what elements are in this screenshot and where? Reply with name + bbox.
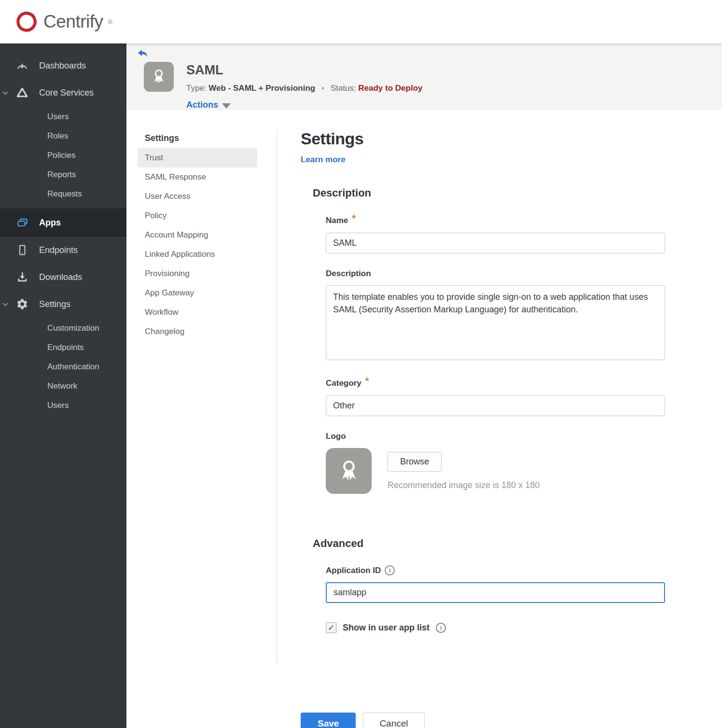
subnav-item-workflow[interactable]: Workflow — [138, 303, 257, 322]
browse-button[interactable]: Browse — [388, 452, 442, 472]
brand-name: Centrify — [43, 12, 103, 32]
app-meta: Type: Web - SAML + Provisioning • Status… — [186, 84, 422, 93]
sidebar-item-requests[interactable]: Requests — [0, 184, 126, 204]
download-icon — [16, 271, 28, 283]
centrify-swirl-icon — [14, 10, 39, 34]
info-icon[interactable]: i — [385, 565, 395, 575]
actions-label: Actions — [186, 100, 218, 110]
sidebar-item-settings[interactable]: Settings — [0, 291, 126, 318]
application-id-label: Application ID i — [326, 565, 667, 575]
category-field[interactable] — [326, 395, 665, 416]
form-footer: Save Cancel — [301, 713, 667, 728]
phone-icon — [16, 244, 28, 256]
subnav-header: Settings — [138, 129, 257, 148]
sidebar-item-users-settings[interactable]: Users — [0, 396, 126, 415]
sidebar-item-label: Endpoints — [39, 245, 78, 255]
subnav-item-saml-response[interactable]: SAML Response — [138, 168, 257, 187]
app-title: SAML — [186, 63, 422, 78]
chevron-down-icon[interactable] — [2, 89, 10, 96]
sidebar: Dashboards Core Services Users Roles — [0, 43, 126, 728]
logo-label: Logo — [326, 432, 667, 441]
description-label: Description — [326, 269, 667, 279]
sidebar-item-endpoints-settings[interactable]: Endpoints — [0, 338, 126, 357]
sidebar-item-label: Settings — [39, 299, 70, 309]
status-value: Ready to Deploy — [358, 84, 422, 93]
save-button[interactable]: Save — [301, 713, 356, 728]
sidebar-item-users[interactable]: Users — [0, 107, 126, 126]
logo-size-hint: Recommended image size is 180 x 180 — [388, 480, 540, 490]
show-in-app-list-checkbox[interactable] — [326, 622, 336, 633]
required-asterisk: * — [352, 213, 356, 224]
learn-more-link[interactable]: Learn more — [301, 155, 346, 165]
description-section-heading: Description — [313, 187, 667, 199]
name-field[interactable] — [326, 233, 665, 253]
settings-subitems: Customization Endpoints Authentication N… — [0, 318, 126, 420]
subnav-item-account-mapping[interactable]: Account Mapping — [138, 225, 257, 245]
sidebar-item-label: Downloads — [39, 272, 82, 282]
app-logo — [144, 62, 174, 92]
sidebar-item-policies[interactable]: Policies — [0, 146, 126, 165]
subnav-item-changelog[interactable]: Changelog — [138, 322, 257, 341]
advanced-section-heading: Advanced — [313, 537, 667, 550]
sidebar-item-endpoints[interactable]: Endpoints — [0, 237, 126, 264]
subnav-item-provisioning[interactable]: Provisioning — [138, 264, 257, 283]
info-icon[interactable]: i — [436, 623, 446, 633]
centrify-logo: Centrify ® — [14, 10, 112, 34]
subnav-item-trust[interactable]: Trust — [138, 148, 257, 168]
apps-icon — [16, 216, 28, 229]
subnav-item-app-gateway[interactable]: App Gateway — [138, 283, 257, 303]
gauge-icon — [16, 59, 28, 72]
sidebar-item-downloads[interactable]: Downloads — [0, 264, 126, 291]
sidebar-item-core-services[interactable]: Core Services — [0, 79, 126, 106]
sidebar-item-label: Dashboards — [39, 61, 86, 71]
subnav-item-linked-applications[interactable]: Linked Applications — [138, 245, 257, 264]
page-title: Settings — [301, 129, 667, 148]
sidebar-item-label: Core Services — [39, 88, 94, 98]
sidebar-item-customization[interactable]: Customization — [0, 319, 126, 338]
sidebar-item-authentication[interactable]: Authentication — [0, 357, 126, 377]
sidebar-item-roles[interactable]: Roles — [0, 126, 126, 146]
required-asterisk: * — [365, 376, 369, 387]
subnav-item-user-access[interactable]: User Access — [138, 187, 257, 206]
sidebar-item-reports[interactable]: Reports — [0, 165, 126, 184]
description-field[interactable]: This template enables you to provide sin… — [326, 285, 665, 360]
settings-subnav: Settings Trust SAML Response User Access… — [138, 129, 257, 728]
settings-form: Settings Learn more Description Name * D… — [301, 129, 667, 728]
vertical-divider — [277, 129, 277, 663]
application-id-field[interactable] — [326, 582, 665, 603]
meta-separator: • — [321, 84, 324, 93]
gear-icon — [16, 298, 28, 310]
app-header: SAML Type: Web - SAML + Provisioning • S… — [126, 43, 722, 110]
dropdown-triangle-icon — [222, 103, 231, 109]
cancel-button[interactable]: Cancel — [363, 713, 424, 728]
sidebar-item-dashboards[interactable]: Dashboards — [0, 52, 126, 79]
show-in-app-list-label: Show in user app list — [343, 623, 430, 633]
name-label: Name * — [326, 215, 667, 226]
core-services-icon — [16, 86, 28, 99]
actions-dropdown[interactable]: Actions — [186, 100, 722, 110]
back-arrow-icon[interactable] — [136, 47, 149, 59]
type-value: Web - SAML + Provisioning — [208, 84, 315, 93]
chevron-down-icon[interactable] — [2, 301, 10, 308]
status-label: Status: — [331, 84, 356, 93]
sidebar-item-label: Apps — [39, 218, 61, 228]
top-bar: Centrify ® — [0, 0, 722, 43]
category-label: Category * — [326, 378, 667, 389]
core-services-subitems: Users Roles Policies Reports Requests — [0, 106, 126, 209]
sidebar-item-apps[interactable]: Apps — [0, 209, 126, 237]
subnav-item-policy[interactable]: Policy — [138, 206, 257, 225]
type-label: Type: — [186, 84, 207, 93]
sidebar-item-network[interactable]: Network — [0, 377, 126, 396]
logo-preview — [326, 448, 372, 494]
brand-registered-mark: ® — [108, 18, 112, 26]
